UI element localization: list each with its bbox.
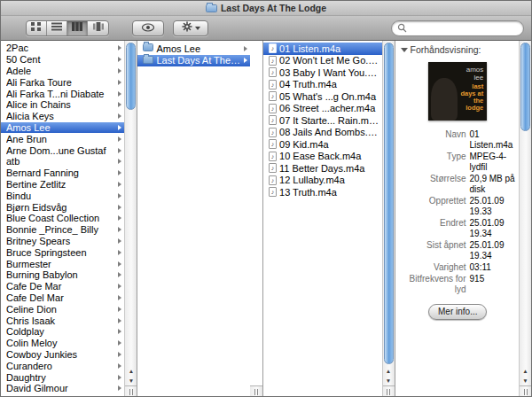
titlebar[interactable]: Last Days At The Lodge [1, 1, 531, 16]
column-resize-handle[interactable] [520, 385, 531, 397]
scroll-down-button[interactable]: ▼ [383, 376, 395, 385]
track-row[interactable]: ♪ 04 Truth.m4a [263, 79, 382, 91]
track-row[interactable]: ♪ 08 Jails And Bombs.m4a [263, 127, 382, 139]
disclosure-arrow-icon [118, 113, 121, 119]
disclosure-arrow-icon [118, 193, 121, 198]
column-resize-handle[interactable] [125, 385, 137, 397]
artist-row[interactable]: Amos Lee [1, 122, 124, 134]
scroll-thumb[interactable] [126, 43, 136, 110]
artist-row[interactable]: Burning Babylon [1, 269, 124, 281]
column-resize-handle[interactable] [250, 385, 262, 397]
disclosure-arrow-icon [118, 215, 121, 221]
artist-name: Alice in Chains [6, 99, 116, 110]
artist-row[interactable]: atb [1, 156, 124, 167]
scroll-down-button[interactable]: ▼ [125, 376, 137, 385]
preview-field-row: Navn 01 Listen.m4a [399, 129, 517, 151]
disclosure-arrow-icon [118, 102, 121, 107]
artist-row[interactable]: Bonnie _Prince_ Billy [1, 224, 124, 236]
artist-row[interactable]: Bindu [1, 190, 124, 201]
search-input[interactable] [410, 23, 518, 34]
track-row[interactable]: ♪ 06 Street ...acher.m4a [263, 103, 382, 115]
disclosure-arrow-icon [118, 352, 121, 357]
artist-row[interactable]: Ane Brun [1, 133, 124, 144]
artist-row[interactable]: Alicia Keys [1, 111, 124, 122]
artist-row[interactable]: Daughtry [1, 371, 124, 383]
artist-row[interactable]: Curandero [1, 360, 124, 371]
scroll-up-button[interactable]: ▲ [125, 366, 137, 376]
column-resize-handle[interactable] [383, 385, 395, 397]
album-art: amos lee last days at the lodge [428, 62, 487, 121]
field-label: Opprettet [399, 196, 470, 217]
artist-row[interactable]: Burmester [1, 258, 124, 269]
track-name: 11 Better Days.m4a [279, 163, 379, 174]
artist-name: Cowboy Junkies [6, 349, 116, 360]
quicklook-button[interactable] [132, 20, 164, 36]
more-info-button[interactable]: Mer info... [428, 304, 487, 320]
scroll-thumb[interactable] [520, 43, 530, 131]
scroll-up-button[interactable]: ▲ [383, 366, 395, 376]
scroll-track[interactable] [383, 41, 395, 366]
coverflow-view-button[interactable] [88, 21, 108, 35]
preview-field-row: Bitfrekvens for lyd 915 [399, 274, 517, 295]
track-row[interactable]: ♪ 11 Better Days.m4a [263, 162, 382, 175]
field-value: 25.01.09 19.34 [470, 240, 517, 261]
artist-name: Coldplay [6, 326, 116, 337]
audio-file-icon: ♪ [269, 128, 277, 137]
preview-fields: Navn 01 Listen.m4a Type MPEG-4-lydfil St… [399, 129, 517, 295]
artist-row[interactable]: Bjørn Eidsvåg [1, 201, 124, 213]
artist-row[interactable]: 2Pac [1, 43, 124, 54]
field-value: 915 [470, 274, 517, 295]
audio-file-icon: ♪ [269, 152, 277, 161]
artist-row[interactable]: Blue Coast Collection [1, 213, 124, 224]
artist-row[interactable]: Ali Farka Toure [1, 76, 124, 88]
field-value: 03:11 [470, 262, 517, 273]
artist-row[interactable]: Alice in Chains [1, 99, 124, 111]
artist-row[interactable]: Cafe Del Mar [1, 292, 124, 304]
finder-window: Last Days At The Lodge [0, 0, 532, 397]
track-row[interactable]: ♪ 12 Lullaby.m4a [263, 175, 382, 187]
artist-name: Colin Meloy [6, 338, 116, 348]
preview-panel: Forhåndsvisning: amos lee last days at t… [395, 41, 519, 397]
artist-row[interactable]: 50 Cent [1, 54, 124, 66]
track-row[interactable]: ♪ 10 Ease Back.m4a [263, 151, 382, 163]
column-view-icon [71, 21, 83, 35]
icon-view-button[interactable] [27, 21, 47, 35]
artist-row[interactable]: Colin Meloy [1, 338, 124, 349]
artist-row[interactable]: Chris Isaak [1, 315, 124, 326]
list-view-button[interactable] [47, 21, 67, 35]
artist-row[interactable]: Bernard Fanning [1, 167, 124, 179]
track-row[interactable]: ♪ 05 What's ...g On.m4a [263, 90, 382, 103]
folder-row[interactable]: Amos Lee [137, 43, 250, 55]
artist-row[interactable]: Cowboy Junkies [1, 349, 124, 361]
scroll-thumb[interactable] [384, 43, 394, 364]
artist-row[interactable]: Arne Dom...une Gustaf [1, 144, 124, 156]
artist-row[interactable]: David Gilmour [1, 383, 124, 394]
artist-row[interactable]: Cafe De Mar [1, 281, 124, 292]
artist-row[interactable]: Adele [1, 66, 124, 77]
column-view-button[interactable] [67, 21, 88, 35]
artist-name: David Gilmour [6, 383, 116, 393]
scroll-up-button[interactable]: ▲ [520, 366, 531, 376]
artist-row[interactable]: Coldplay [1, 326, 124, 338]
track-row[interactable]: ♪ 09 Kid.m4a [263, 138, 382, 151]
artist-row[interactable]: Bertine Zetlitz [1, 179, 124, 191]
artist-row[interactable]: Celine Dion [1, 303, 124, 315]
scroll-down-button[interactable]: ▼ [520, 376, 531, 385]
folder-row[interactable]: Last Days At The Lodge [137, 55, 250, 67]
artist-row[interactable]: Ali Farka T...ni Diabate [1, 88, 124, 99]
track-row[interactable]: ♪ 02 Won't Let Me Go.m4a [263, 55, 382, 67]
folders-scrollbar [250, 41, 262, 397]
artist-row[interactable]: Britney Spears [1, 236, 124, 247]
scroll-track[interactable] [125, 41, 137, 366]
track-name: 03 Baby I Want You.m4a [279, 67, 379, 78]
scroll-track[interactable] [520, 41, 531, 366]
preview-header[interactable]: Forhåndsvisning: [399, 44, 517, 55]
audio-file-icon: ♪ [269, 91, 277, 101]
track-row[interactable]: ♪ 07 It Starte... Rain.m4a [263, 114, 382, 127]
artist-row[interactable]: Bruce Springsteen [1, 246, 124, 258]
track-row[interactable]: ♪ 03 Baby I Want You.m4a [263, 66, 382, 79]
track-row[interactable]: ♪ 01 Listen.m4a [263, 43, 382, 55]
search-field[interactable] [391, 20, 524, 36]
action-menu-button[interactable] [173, 20, 208, 36]
track-row[interactable]: ♪ 13 Truth.m4a [263, 186, 382, 198]
